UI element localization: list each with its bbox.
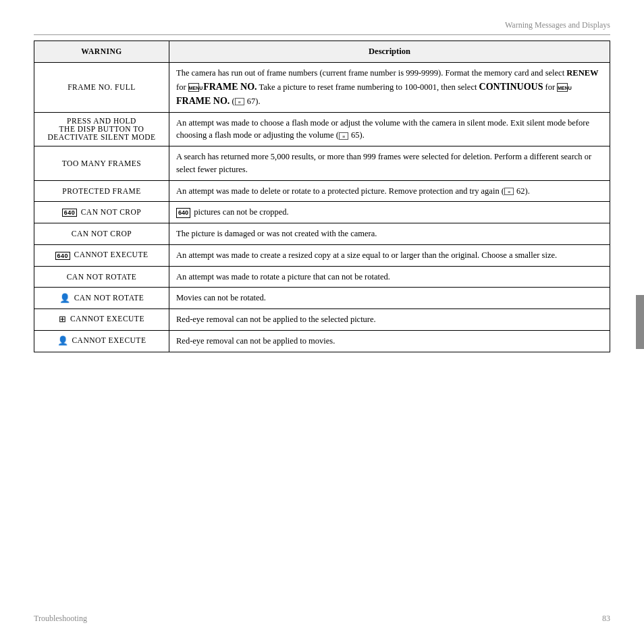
warning-cell: ⊞ CANNOT EXECUTE — [34, 309, 169, 331]
warning-cell: 👤 CAN NOT ROTATE — [34, 288, 169, 309]
description-cell: The camera has run out of frame numbers … — [169, 62, 610, 112]
description-cell: An attempt was made to create a resized … — [169, 244, 610, 266]
book-icon: ≡ — [235, 98, 244, 105]
table-row: 640 CANNOT EXECUTEAn attempt was made to… — [34, 244, 610, 266]
description-cell: An attempt was made to delete or rotate … — [169, 180, 610, 202]
book-icon: ≡ — [339, 132, 348, 140]
menu-icon: MENU — [188, 83, 199, 92]
large-bold-text: FRAME NO. — [201, 82, 257, 92]
warning-cell: TOO MANY FRAMES — [34, 146, 169, 181]
person-icon: 👤 — [57, 336, 69, 346]
table-row: PRESS AND HOLDTHE DISP BUTTON TODEACTIVA… — [34, 112, 610, 146]
warning-cell: PRESS AND HOLDTHE DISP BUTTON TODEACTIVA… — [34, 112, 169, 146]
footer-left: Troubleshooting — [34, 614, 87, 624]
description-cell: The picture is damaged or was not create… — [169, 223, 610, 245]
page-header: Warning Messages and Displays — [34, 20, 610, 35]
book-icon: ≡ — [504, 188, 514, 195]
table-row: ⊞ CANNOT EXECUTERed-eye removal can not … — [34, 309, 610, 331]
badge-icon: 640 — [176, 208, 190, 219]
bold-text: RENEW — [566, 68, 598, 78]
header-title: Warning Messages and Displays — [505, 20, 610, 30]
warning-cell: CAN NOT ROTATE — [34, 266, 169, 288]
badge-640-icon: 640 — [62, 209, 78, 217]
warning-cell: FRAME NO. FULL — [34, 62, 169, 112]
warning-table: Warning Description FRAME NO. FULLThe ca… — [34, 41, 610, 352]
badge-640-icon: 640 — [55, 252, 71, 260]
description-cell: 640 pictures can not be cropped. — [169, 202, 610, 223]
col-warning-header: Warning — [34, 41, 169, 63]
description-cell: Red-eye removal can not be applied to mo… — [169, 330, 610, 352]
description-cell: An attempt was made to rotate a picture … — [169, 266, 610, 288]
warning-cell: PROTECTED FRAME — [34, 180, 169, 202]
table-row: 640 CAN NOT CROP640 pictures can not be … — [34, 202, 610, 223]
redeye-icon: ⊞ — [59, 314, 67, 325]
large-bold-text: CONTINUOUS — [479, 82, 543, 92]
col-desc-header: Description — [169, 41, 610, 63]
menu-icon: MENU — [557, 83, 568, 92]
table-row: CAN NOT ROTATEAn attempt was made to rot… — [34, 266, 610, 288]
description-cell: Movies can not be rotated. — [169, 288, 610, 309]
warning-cell: 👤 CANNOT EXECUTE — [34, 330, 169, 352]
page-footer: Troubleshooting 83 — [34, 614, 610, 624]
large-bold-text: FRAME NO. — [176, 96, 230, 106]
tab-marker — [636, 295, 644, 349]
description-cell: Red-eye removal can not be applied to th… — [169, 309, 610, 331]
person-icon: 👤 — [59, 293, 71, 304]
table-header-row: Warning Description — [34, 41, 610, 63]
table-row: PROTECTED FRAMEAn attempt was made to de… — [34, 180, 610, 202]
warning-cell: 640 CAN NOT CROP — [34, 202, 169, 223]
table-row: FRAME NO. FULLThe camera has run out of … — [34, 62, 610, 112]
table-row: 👤 CAN NOT ROTATEMovies can not be rotate… — [34, 288, 610, 309]
description-cell: A search has returned more 5,000 results… — [169, 146, 610, 181]
table-row: CAN NOT CROPThe picture is damaged or wa… — [34, 223, 610, 245]
warning-cell: CAN NOT CROP — [34, 223, 169, 245]
table-row: 👤 CANNOT EXECUTERed-eye removal can not … — [34, 330, 610, 352]
footer-right: 83 — [602, 614, 610, 624]
description-cell: An attempt was made to choose a flash mo… — [169, 112, 610, 146]
table-row: TOO MANY FRAMESA search has returned mor… — [34, 146, 610, 181]
warning-cell: 640 CANNOT EXECUTE — [34, 244, 169, 266]
page-container: Warning Messages and Displays Warning De… — [0, 0, 644, 644]
